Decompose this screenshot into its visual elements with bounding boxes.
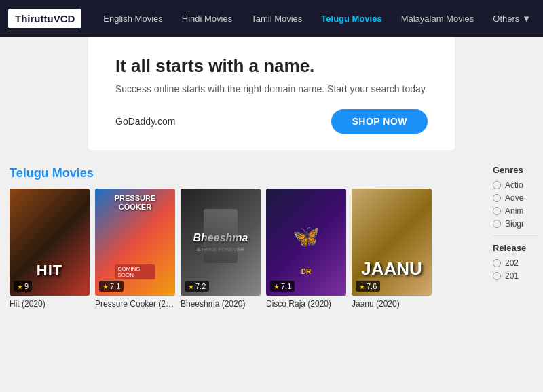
radio-adventure <box>493 194 501 202</box>
radio-2019 <box>493 272 501 280</box>
ad-shop-button[interactable]: SHOP NOW <box>331 109 428 134</box>
movie-card-bheeshma[interactable]: Bheeshma STRIKE FOREVER ★ 7.2 Bheeshma (… <box>181 189 261 309</box>
nav-others-label: Others <box>493 14 519 24</box>
movie-grid: HIT ★ 9 Hit (2020) PRESSURECOOKER <box>10 189 479 309</box>
nav-telugu-movies[interactable]: Telugu Movies <box>312 0 391 37</box>
year-2020-label: 202 <box>505 258 519 268</box>
movie-card-jaanu[interactable]: JAANU ★ 7.6 Jaanu (2020) <box>352 189 432 309</box>
poster-main-text-hit: HIT <box>37 262 62 279</box>
navbar: ThiruttuVCD English Movies Hindi Movies … <box>0 0 543 37</box>
nav-links: English Movies Hindi Movies Tamil Movies… <box>94 0 540 37</box>
year-2019[interactable]: 201 <box>493 271 538 281</box>
genre-adventure[interactable]: Adve <box>493 193 538 203</box>
movie-title-jaanu: Jaanu (2020) <box>352 299 432 309</box>
genre-action-label: Actio <box>505 180 523 190</box>
nav-malayalam-movies[interactable]: Malayalam Movies <box>392 0 484 37</box>
ad-brand: GoDaddy.com <box>115 116 175 127</box>
movie-rating-hit: ★ 9 <box>14 281 32 292</box>
sidebar-divider <box>493 235 538 236</box>
movie-poster-hit: HIT ★ 9 <box>10 189 90 296</box>
movie-rating-jaanu: ★ 7.6 <box>356 281 380 292</box>
poster-coming-soon: COMING SOON <box>115 264 155 279</box>
genre-animation[interactable]: Anim <box>493 206 538 216</box>
dropdown-arrow-icon: ▼ <box>522 14 531 24</box>
movie-title-pressure: Pressure Cooker (20... <box>95 299 175 309</box>
ad-footer: GoDaddy.com SHOP NOW <box>115 109 428 134</box>
movie-card-pressure[interactable]: PRESSURECOOKER COMING SOON ★ 7.1 Pressur… <box>95 189 175 309</box>
ad-banner: It all starts with a name. Success onlin… <box>88 37 455 150</box>
movie-rating-bheeshma: ★ 7.2 <box>185 281 209 292</box>
disco-dr-text: DR <box>266 264 346 277</box>
genre-animation-label: Anim <box>505 206 523 216</box>
year-2019-label: 201 <box>505 271 519 281</box>
movie-rating-pressure: ★ 7.1 <box>99 281 124 292</box>
nav-others[interactable]: Others ▼ <box>483 0 540 37</box>
release-title: Release <box>493 243 538 253</box>
sidebar: Genres Actio Adve Anim Biogr Release 20 <box>487 158 543 317</box>
site-logo[interactable]: ThiruttuVCD <box>8 9 81 28</box>
poster-pressure-text: PRESSURECOOKER <box>95 194 175 212</box>
ad-headline: It all starts with a name. <box>115 56 428 77</box>
radio-action <box>493 181 501 189</box>
movie-poster-disco: 🦋 DR ★ 7.1 <box>266 189 346 296</box>
movie-title-bheeshma: Bheeshma (2020) <box>181 299 261 309</box>
poster-label-hit: HIT <box>10 189 90 296</box>
radio-biography <box>493 220 501 228</box>
poster-content-jaanu: JAANU <box>352 189 432 296</box>
star-icon-jaanu: ★ <box>359 283 365 290</box>
rating-value-disco: 7.1 <box>281 282 291 290</box>
radio-2020 <box>493 259 501 267</box>
ad-subtext: Success online starts with the right dom… <box>115 83 428 94</box>
movies-section: Telugu Movies HIT ★ 9 Hit (2020) <box>0 158 487 317</box>
movie-card-disco[interactable]: 🦋 DR ★ 7.1 Disco Raja (2020) <box>266 189 346 309</box>
genres-title: Genres <box>493 165 538 175</box>
nav-tamil-movies[interactable]: Tamil Movies <box>242 0 312 37</box>
movie-title-disco: Disco Raja (2020) <box>266 299 346 309</box>
star-icon-bheeshma: ★ <box>188 283 194 290</box>
poster-content-disco: 🦋 <box>293 223 320 254</box>
section-title: Telugu Movies <box>10 166 479 180</box>
star-icon-pressure: ★ <box>102 283 109 290</box>
rating-value-pressure: 7.1 <box>110 282 120 290</box>
year-2020[interactable]: 202 <box>493 258 538 268</box>
star-icon-disco: ★ <box>274 283 280 290</box>
poster-bheeshma-silhouette <box>204 209 238 263</box>
movie-poster-pressure: PRESSURECOOKER COMING SOON ★ 7.1 <box>95 189 175 296</box>
genre-biography[interactable]: Biogr <box>493 219 538 229</box>
movie-poster-jaanu: JAANU ★ 7.6 <box>352 189 432 296</box>
rating-value-jaanu: 7.6 <box>367 282 377 290</box>
rating-value-bheeshma: 7.2 <box>195 282 206 290</box>
radio-animation <box>493 207 501 215</box>
star-icon-hit: ★ <box>17 283 23 290</box>
nav-hindi-movies[interactable]: Hindi Movies <box>172 0 242 37</box>
movie-title-hit: Hit (2020) <box>10 299 90 309</box>
genre-biography-label: Biogr <box>505 219 524 229</box>
genre-adventure-label: Adve <box>505 193 523 203</box>
disco-icon: 🦋 <box>293 223 320 249</box>
main-content: Telugu Movies HIT ★ 9 Hit (2020) <box>0 158 543 317</box>
movie-poster-bheeshma: Bheeshma STRIKE FOREVER ★ 7.2 <box>181 189 261 296</box>
rating-value-hit: 9 <box>24 282 29 290</box>
poster-content-pressure: PRESSURECOOKER <box>95 194 175 212</box>
poster-jaanu-text: JAANU <box>361 258 422 279</box>
nav-english-movies[interactable]: English Movies <box>94 0 172 37</box>
movie-rating-disco: ★ 7.1 <box>270 281 295 292</box>
movie-card-hit[interactable]: HIT ★ 9 Hit (2020) <box>10 189 90 309</box>
genre-action[interactable]: Actio <box>493 180 538 190</box>
